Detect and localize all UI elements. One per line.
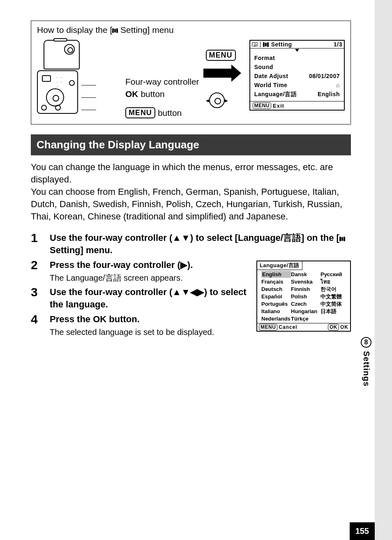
chapter-label: Settings (362, 351, 371, 387)
tool-icon (112, 28, 118, 33)
lang-dansk: Dansk (291, 271, 321, 278)
step-1-num: 1 (31, 232, 42, 256)
setting-menu-screen: Setting 1/3 Format Sound Date Adjust08/0… (249, 40, 345, 111)
s1b: 言語] on the [ (283, 233, 339, 243)
home-icon: ⌂ (336, 81, 340, 90)
language-grid: English Dansk Русский Français Svenska ไ… (257, 270, 350, 323)
lang-japanese: 日本語 (321, 308, 347, 315)
lead-lines (83, 40, 121, 118)
step-3-title: Use the four-way controller (▲▼◀▶) to se… (50, 286, 249, 311)
menu-button-label: button (158, 108, 182, 118)
menu-language-value: English (318, 90, 340, 99)
ok-button-label: button (141, 89, 164, 99)
camera-tab-icon (252, 42, 258, 46)
lang-thai: ไทย (321, 278, 347, 285)
ok-glyph: OK (125, 89, 138, 99)
camera-illustration: ∙ ∙∙ ∙∙ (37, 40, 79, 114)
menu-format: Format (254, 53, 275, 62)
chapter-tab: 8 Settings (357, 337, 375, 387)
menu-world-time: World Time (254, 81, 288, 90)
step-4-sub: The selected language is set to be displ… (50, 326, 249, 338)
lang-english: English (261, 271, 291, 278)
lang-portugues: Português (261, 300, 291, 307)
page-indicator: 1/3 (334, 41, 342, 48)
lang-czech: Czech (291, 300, 321, 307)
lang-francais: Français (261, 278, 291, 285)
s4a: Press the (50, 314, 93, 324)
dial-icon: ◀▶ (209, 92, 225, 108)
menu-badge-top: MENU (206, 50, 236, 61)
intro-text: You can change the language in which the… (31, 161, 351, 223)
diag-title-suffix: Setting] menu (118, 25, 173, 35)
lang-deutsch: Deutsch (261, 286, 291, 293)
step-1-title: Use the four-way controller (▲▼) to sele… (50, 232, 351, 256)
diagram-title: How to display the [ Setting] menu (37, 25, 345, 35)
lang-svenska: Svenska (291, 278, 321, 285)
lang-ok-badge: OK (328, 324, 339, 330)
menu-language: Language/言語 (254, 90, 297, 99)
s1c: Setting] menu. (50, 245, 113, 255)
page-number: 155 (350, 522, 375, 540)
step-3-num: 3 (31, 286, 42, 311)
intro-p1: You can change the language in which the… (31, 162, 333, 185)
step-1: 1 Use the four-way controller (▲▼) to se… (31, 232, 351, 256)
lang-ok: OK (340, 324, 348, 330)
step-2: 2 Press the four-way controller (▶). The… (31, 259, 249, 284)
howto-diagram: How to display the [ Setting] menu ∙ ∙∙ … (31, 21, 351, 125)
setting-title: Setting (271, 41, 292, 48)
step-4-title: Press the OK button. (50, 313, 249, 325)
lang-korean: 한국어 (321, 286, 347, 293)
chapter-number: 8 (361, 337, 371, 348)
s4ok: OK (93, 314, 106, 324)
step-4-num: 4 (31, 313, 42, 338)
footer-menu-badge: MENU (253, 102, 271, 109)
lang-russian: Русский (321, 271, 347, 278)
step-3: 3 Use the four-way controller (▲▼◀▶) to … (31, 286, 249, 311)
tool-icon (339, 237, 345, 241)
scroll-down-icon (295, 49, 299, 52)
tool-icon (263, 42, 269, 47)
lang-header: Language/言語 (257, 261, 302, 270)
lang-hungarian: Hungarian (291, 308, 321, 315)
s4b: button. (106, 314, 140, 324)
lang-finnish: Finnish (291, 286, 321, 293)
s1a: Use the four-way controller (▲▼) to sele… (50, 233, 283, 243)
camera-labels: Four-way controller OK button MENU butto… (125, 77, 199, 118)
intro-p2: You can choose from English, French, Ger… (31, 187, 342, 222)
menu-date-adjust: Date Adjust (254, 72, 288, 81)
lang-cancel: Cancel (279, 324, 297, 330)
lang-espanol: Español (261, 293, 291, 300)
lang-chinese-trad: 中文繁體 (321, 293, 347, 300)
menu-date-value: 08/01/2007 (309, 72, 340, 81)
menu-sound: Sound (254, 62, 273, 72)
lang-italiano: Italiano (261, 308, 291, 315)
controller-label: Four-way controller (125, 77, 199, 87)
arrow-icon (203, 69, 232, 78)
step-2-sub: The Language/言語 screen appears. (50, 272, 249, 284)
step-2-title: Press the four-way controller (▶). (50, 259, 249, 271)
lang-chinese-simp: 中文简体 (321, 300, 347, 307)
lang-empty (321, 315, 347, 322)
step-2-num: 2 (31, 259, 42, 284)
menu-glyph-badge: MENU (125, 107, 155, 118)
lang-nederlands: Nederlands (261, 315, 291, 322)
lang-turkce: Türkçe (291, 315, 321, 322)
diag-title-prefix: How to display the [ (37, 25, 112, 35)
step-4: 4 Press the OK button. The selected lang… (31, 313, 249, 338)
lang-polish: Polish (291, 293, 321, 300)
language-screen: Language/言語 English Dansk Русский França… (256, 261, 351, 332)
section-heading: Changing the Display Language (31, 134, 351, 155)
lang-menu-badge: MENU (259, 324, 277, 330)
footer-exit: Exit (273, 103, 284, 109)
